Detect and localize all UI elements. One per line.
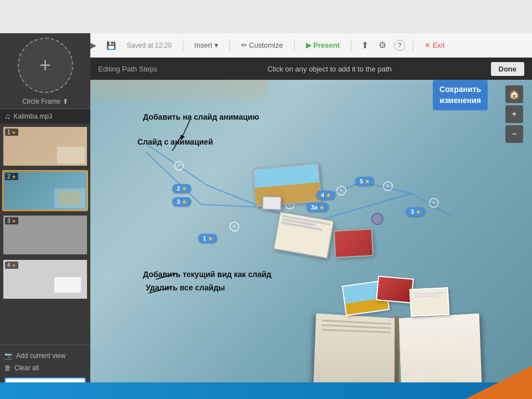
svg-line-0	[146, 144, 207, 185]
slide-star-4: ★	[12, 263, 16, 268]
clear-all-button[interactable]: 🗑 Clear all	[4, 362, 86, 374]
slide-num-label-1: 1	[7, 129, 11, 135]
book-illustration	[310, 277, 499, 399]
slide-item-4[interactable]: 4 ★	[2, 259, 88, 300]
edit-path-hint: Click on any object to add it to the pat…	[168, 65, 491, 73]
svg-point-20	[429, 198, 438, 207]
exit-button[interactable]: ✕ Exit	[421, 39, 448, 52]
node-2-label: 2	[177, 185, 180, 192]
slide-thumb-4: 4 ★	[3, 260, 87, 299]
clear-all-label: Clear all	[14, 364, 39, 372]
canvas-thumb-red	[334, 228, 374, 258]
audio-filename: Kalimba.mp3	[14, 112, 53, 120]
bottom-bar-blue	[0, 382, 532, 399]
insert-button[interactable]: Insert ▾	[191, 39, 222, 52]
slide-item-3[interactable]: 3 ★	[2, 214, 88, 255]
slide-item-1[interactable]: 1 ★	[2, 126, 88, 167]
frame-chevron: ⬆	[63, 98, 68, 105]
annotation-1-text: Добавить на слайд анимацию	[143, 112, 259, 121]
svg-text:+: +	[177, 162, 181, 170]
trash-icon: 🗑	[4, 364, 11, 372]
settings-button[interactable]: ⚙	[376, 39, 388, 52]
node-5-star: ★	[365, 178, 370, 185]
slide-num-2: 2 ★	[5, 173, 18, 180]
sidebar: + Circle Frame ⬆ ♫ Kalimba.mp3 1 ★ 2	[0, 33, 90, 399]
save-button[interactable]: 💾	[104, 40, 118, 51]
slide-star-3: ★	[12, 218, 16, 224]
done-button[interactable]: Done	[491, 62, 525, 76]
edit-path-title: Editing Path Steps	[98, 65, 157, 73]
slide-thumb-3: 3 ★	[3, 216, 87, 254]
separator	[183, 40, 183, 51]
annotation-2-text: Слайд с анимацией	[137, 137, 213, 146]
node-3a-label: 3a	[311, 204, 318, 211]
save-annotation: Сохранитьизменения	[433, 80, 488, 110]
zoom-out-button[interactable]: −	[505, 125, 523, 143]
frame-label-text: Circle Frame	[22, 98, 60, 105]
slide-num-label-3: 3	[7, 218, 11, 224]
share-button[interactable]: ⬆	[359, 39, 371, 52]
svg-line-1	[146, 152, 201, 204]
svg-line-3	[201, 204, 262, 207]
slide-item-2[interactable]: 2 ★	[2, 170, 88, 211]
node-3-label: 3	[177, 198, 180, 205]
zoom-in-button[interactable]: +	[505, 105, 523, 123]
annotation-4: Удалить все слайды	[146, 283, 225, 293]
path-node-5[interactable]: 5 ★	[355, 177, 374, 186]
path-node-1[interactable]: 1 ★	[198, 234, 217, 243]
svg-point-10	[175, 161, 183, 170]
svg-point-18	[383, 182, 392, 191]
frame-label: Circle Frame ⬆	[0, 98, 90, 105]
separator2	[229, 40, 230, 51]
save-annotation-text: Сохранитьизменения	[439, 85, 481, 105]
slide-num-1: 1 ★	[5, 129, 18, 136]
node-3-star: ★	[182, 199, 187, 205]
plus-icon: +	[39, 54, 51, 77]
slide-star-2: ★	[12, 174, 16, 180]
help-button[interactable]: ?	[394, 40, 405, 51]
separator5	[413, 40, 413, 51]
node-3a-star: ★	[319, 204, 324, 211]
home-nav-button[interactable]: 🏠	[505, 85, 523, 103]
annotation-3: Добавить текущий вид как слайд	[143, 269, 272, 279]
add-view-label: Add current view	[16, 352, 65, 360]
main-canvas: + + + + + +	[90, 58, 532, 399]
slide-thumb-1: 1 ★	[3, 127, 87, 166]
path-node-2[interactable]: 2 ★	[172, 184, 191, 193]
audio-icon: ♫	[4, 112, 11, 121]
camera-icon: 📷	[4, 352, 13, 360]
present-button[interactable]: ▶ Present	[303, 39, 343, 52]
node-1-star: ★	[208, 236, 213, 242]
svg-text:+: +	[386, 182, 390, 190]
save-status: Saved at 12:20	[127, 42, 172, 49]
node-4-label: 4	[321, 192, 324, 198]
annotation-2: Слайд с анимацией	[137, 137, 213, 147]
customize-button[interactable]: ✏ Customize	[238, 39, 287, 52]
path-node-3-right[interactable]: 3 ★	[406, 207, 425, 216]
purple-circle	[371, 213, 383, 225]
slide-num-3: 3 ★	[5, 217, 18, 224]
svg-point-16	[337, 186, 346, 195]
node-4-star: ★	[326, 192, 331, 198]
path-node-3[interactable]: 3 ★	[172, 197, 191, 206]
svg-point-12	[230, 222, 239, 231]
add-frame-button[interactable]: +	[18, 38, 73, 93]
annotation-4-text: Удалить все слайды	[146, 283, 225, 292]
canvas-thumb-white	[262, 196, 282, 210]
slide-thumb-2: 2 ★	[3, 171, 87, 210]
canvas-nav: 🏠 + −	[505, 85, 523, 143]
node-3r-star: ★	[416, 209, 421, 215]
svg-text:+: +	[339, 187, 343, 195]
path-node-3a[interactable]: 3a ★	[306, 203, 329, 212]
separator3	[294, 40, 295, 51]
edit-path-bar: Editing Path Steps Click on any object t…	[90, 58, 532, 80]
svg-text:+: +	[432, 199, 436, 207]
add-view-button[interactable]: 📷 Add current view	[4, 350, 86, 362]
node-5-label: 5	[360, 178, 363, 185]
separator4	[351, 40, 351, 51]
svg-text:+: +	[232, 223, 236, 231]
path-node-4[interactable]: 4 ★	[316, 191, 335, 200]
slide-num-label-2: 2	[7, 173, 11, 180]
audio-bar: ♫ Kalimba.mp3	[0, 109, 90, 124]
annotation-3-text: Добавить текущий вид как слайд	[143, 270, 272, 279]
